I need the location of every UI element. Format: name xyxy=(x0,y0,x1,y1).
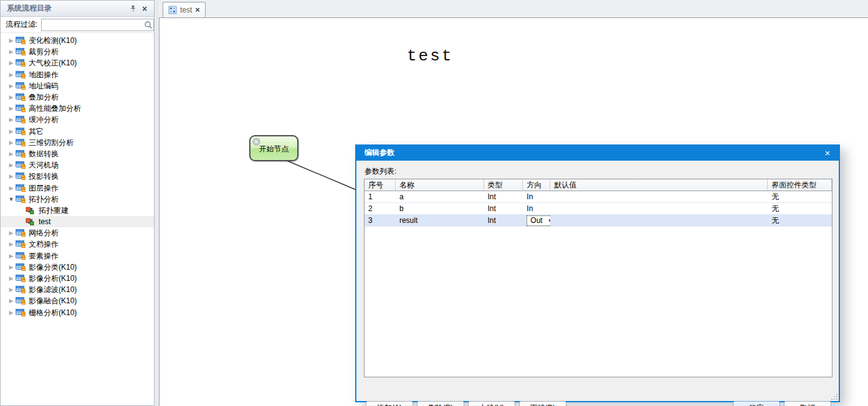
tree-item[interactable]: ▶缓冲分析 xyxy=(1,114,154,125)
tree-item[interactable]: ▶数据转换 xyxy=(1,148,154,159)
collapsed-arrow-icon[interactable]: ▶ xyxy=(7,298,16,304)
param-table[interactable]: 序号名称类型方向默认值界面控件类型 1aIntIn无2bIntIn无3resul… xyxy=(364,179,832,377)
filter-input[interactable] xyxy=(42,20,143,30)
tree-item-label: 要素操作 xyxy=(29,252,59,260)
tree-item-label: 地址编码 xyxy=(29,82,59,90)
panel-close-icon[interactable]: × xyxy=(139,3,150,14)
tree-item[interactable]: ▶影像分析(K10) xyxy=(1,273,154,284)
param-cell[interactable]: 3 xyxy=(365,215,396,226)
param-cell[interactable]: b xyxy=(396,203,484,214)
collapsed-arrow-icon[interactable]: ▶ xyxy=(7,151,16,157)
param-cell[interactable]: result xyxy=(396,215,484,226)
tree-item[interactable]: ▶裁剪分析 xyxy=(1,46,154,57)
tab-close-icon[interactable]: × xyxy=(195,7,200,13)
direction-dropdown[interactable]: Out▼ xyxy=(527,215,550,226)
tree-item[interactable]: ▶影像分类(K10) xyxy=(1,262,154,273)
collapsed-arrow-icon[interactable]: ▶ xyxy=(7,241,16,247)
tree-item-label: test xyxy=(39,217,50,226)
dialog-title: 编辑参数 xyxy=(365,148,821,158)
param-cell[interactable]: Out▼ xyxy=(523,215,550,226)
param-cell[interactable]: a xyxy=(396,191,484,202)
param-cell[interactable]: 1 xyxy=(365,191,396,202)
collapsed-arrow-icon[interactable]: ▶ xyxy=(7,72,16,78)
move-down-button[interactable]: 下移(D) xyxy=(519,401,566,406)
tree-item[interactable]: ▶天河机场 xyxy=(1,159,154,171)
resize-grip[interactable] xyxy=(831,394,837,400)
collapsed-arrow-icon[interactable]: ▶ xyxy=(7,286,16,293)
ok-button[interactable]: 确定 xyxy=(733,401,780,406)
collapsed-arrow-icon[interactable]: ▶ xyxy=(7,94,16,100)
param-cell[interactable] xyxy=(550,203,768,214)
pin-icon[interactable] xyxy=(128,3,139,14)
param-cell[interactable]: In xyxy=(523,191,550,202)
tree-item[interactable]: ▶地址编码 xyxy=(1,80,154,92)
tree-item[interactable]: ▶影像滤波(K10) xyxy=(1,284,154,295)
expanded-arrow-icon[interactable]: ▼ xyxy=(7,196,16,202)
collapsed-arrow-icon[interactable]: ▶ xyxy=(7,37,16,44)
collapsed-arrow-icon[interactable]: ▶ xyxy=(7,230,16,236)
collapsed-arrow-icon[interactable]: ▶ xyxy=(7,128,16,135)
column-header[interactable]: 默认值 xyxy=(550,179,768,191)
search-icon[interactable] xyxy=(143,20,153,30)
collapsed-arrow-icon[interactable]: ▶ xyxy=(7,275,16,281)
tree-item[interactable]: ▶栅格分析(K10) xyxy=(1,307,154,318)
tree-item[interactable]: test xyxy=(1,216,154,227)
column-header[interactable]: 类型 xyxy=(484,179,523,191)
collapsed-arrow-icon[interactable]: ▶ xyxy=(7,162,16,168)
pin-icon-glyph xyxy=(130,5,137,12)
param-row[interactable]: 1aIntIn无 xyxy=(365,191,832,203)
tree-item[interactable]: ▶影像融合(K10) xyxy=(1,295,154,306)
param-cell[interactable]: Int xyxy=(484,215,523,226)
tree-item[interactable]: ▶网络分析 xyxy=(1,227,154,238)
param-row[interactable]: 3resultIntOut▼无 xyxy=(365,215,832,227)
collapsed-arrow-icon[interactable]: ▶ xyxy=(7,83,16,89)
param-cell[interactable] xyxy=(550,215,768,226)
tree-item[interactable]: ▶高性能叠加分析 xyxy=(1,103,154,114)
column-header[interactable]: 界面控件类型 xyxy=(768,179,832,191)
dialog-titlebar[interactable]: 编辑参数 × xyxy=(356,144,839,161)
collapsed-arrow-icon[interactable]: ▶ xyxy=(7,116,16,123)
tree-item[interactable]: ▶大气校正(K10) xyxy=(1,57,154,68)
param-cell[interactable]: In xyxy=(523,203,550,214)
tree-item[interactable]: 拓扑重建 xyxy=(1,205,154,216)
collapsed-arrow-icon[interactable]: ▶ xyxy=(7,139,16,146)
collapsed-arrow-icon[interactable]: ▶ xyxy=(7,49,16,55)
param-cell[interactable]: 无 xyxy=(768,203,832,214)
tree-item[interactable]: ▶文档操作 xyxy=(1,238,154,250)
tree-item[interactable]: ▶图层操作 xyxy=(1,182,154,193)
param-row[interactable]: 2bIntIn无 xyxy=(365,203,832,215)
param-cell[interactable]: Int xyxy=(484,203,523,214)
param-cell[interactable]: 无 xyxy=(768,215,832,226)
tree-item[interactable]: ▶要素操作 xyxy=(1,250,154,262)
column-header[interactable]: 方向 xyxy=(523,179,550,191)
tree-item[interactable]: ▼拓扑分析 xyxy=(1,194,154,205)
collapsed-arrow-icon[interactable]: ▶ xyxy=(7,60,16,66)
tree-item[interactable]: ▶变化检测(K10) xyxy=(1,35,154,46)
collapsed-arrow-icon[interactable]: ▶ xyxy=(7,105,16,111)
category-folder-icon xyxy=(16,93,26,102)
tree-item[interactable]: ▶其它 xyxy=(1,126,154,137)
collapsed-arrow-icon[interactable]: ▶ xyxy=(7,173,16,179)
dialog-close-icon[interactable]: × xyxy=(821,148,834,158)
collapsed-arrow-icon[interactable]: ▶ xyxy=(7,253,16,259)
start-node-icon xyxy=(252,138,260,146)
tree-item[interactable]: ▶投影转换 xyxy=(1,171,154,182)
collapsed-arrow-icon[interactable]: ▶ xyxy=(7,264,16,270)
column-header[interactable]: 序号 xyxy=(365,179,396,191)
tree-item[interactable]: ▶叠加分析 xyxy=(1,92,154,103)
tab-test[interactable]: test × xyxy=(163,2,206,17)
collapsed-arrow-icon[interactable]: ▶ xyxy=(7,185,16,191)
tree-item[interactable]: ▶三维切割分析 xyxy=(1,137,154,148)
param-cell[interactable] xyxy=(550,191,768,202)
add-button[interactable]: 添加(A) xyxy=(366,401,413,406)
cancel-button[interactable]: 取消 xyxy=(784,401,831,406)
param-cell[interactable]: 2 xyxy=(365,203,396,214)
start-node[interactable]: 开始节点 xyxy=(249,135,298,161)
param-cell[interactable]: 无 xyxy=(768,191,832,202)
move-up-button[interactable]: 上移(U) xyxy=(468,401,515,406)
param-cell[interactable]: Int xyxy=(484,191,523,202)
tree-item[interactable]: ▶地图操作 xyxy=(1,69,154,80)
collapsed-arrow-icon[interactable]: ▶ xyxy=(7,309,16,316)
column-header[interactable]: 名称 xyxy=(396,179,484,191)
delete-button[interactable]: 删除(R) xyxy=(417,401,464,406)
